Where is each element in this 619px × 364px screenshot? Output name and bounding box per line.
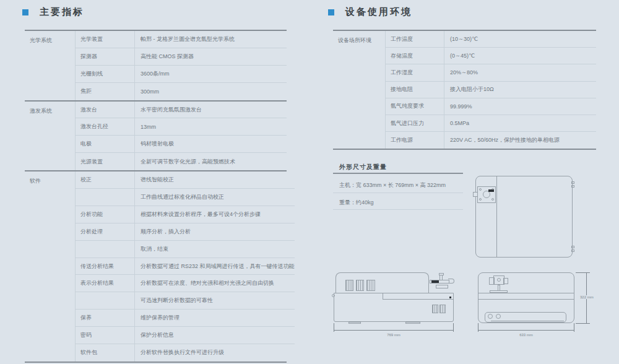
row-label: 校正: [76, 171, 135, 188]
table-section-optics: 光学系统 光学装置帕邢 - 龙格罗兰圆全谱充氩型光学系统 探测器高性能 CMOS…: [25, 31, 287, 100]
table-row: 保养维护保养的管理: [76, 310, 295, 327]
row-value: (0～45)℃: [444, 52, 596, 60]
table-row: 可迅速判断分析数据的可靠性: [76, 292, 295, 310]
table-section-environment: 设备场所环境 工作温度(10～30)℃ 存储温度(0～45)℃ 工作湿度20%～…: [333, 31, 596, 149]
row-label: 密码: [76, 327, 135, 344]
row-value: 保护分析信息: [135, 331, 295, 339]
hinge: [571, 181, 574, 184]
row-value: 水平密闭充氩氛围激发台: [135, 106, 287, 114]
row-value: 3600条/mm: [135, 70, 287, 78]
row-label: [76, 189, 135, 206]
button-circle: [496, 314, 501, 319]
panel-line: [478, 299, 574, 300]
foot: [348, 322, 361, 324]
hinge: [571, 249, 574, 252]
weight-text: 重量：约40kg: [339, 199, 374, 207]
row-value: (10～30)℃: [444, 35, 596, 43]
row-label: 激发台: [76, 102, 135, 118]
table-row: 工作温度(10～30)℃: [386, 31, 596, 48]
divider: [333, 173, 463, 174]
table-row: 接地电阻接入电阻小于10Ω: [386, 82, 596, 98]
section-title: 设备使用环境: [345, 6, 412, 18]
clamp-block: [488, 189, 494, 192]
row-label: 接地电阻: [386, 82, 444, 98]
panel-line: [478, 293, 574, 293]
vent-grille: [439, 305, 446, 313]
main-specs-header: 主要指标: [22, 6, 84, 18]
table-row: 激发台水平密闭充氩氛围激发台: [76, 102, 287, 119]
row-label: [76, 241, 135, 258]
row-value: 300mm: [135, 89, 287, 95]
environment-header: 设备使用环境: [328, 6, 412, 18]
category-cell: 激发系统: [25, 102, 76, 171]
table-row: 氩气纯度要求99.999%: [386, 98, 596, 115]
row-label: 光源装置: [76, 153, 135, 170]
row-value: 分析数据可在浓度、绝对光强和相对光强之间自由切换: [135, 279, 295, 287]
table-row: 软件包分析软件替换执行文件可进行升级: [76, 344, 295, 362]
row-label: 软件包: [76, 344, 135, 362]
section-rows: 校正谱线智能校正 工作曲线通过标准化样品自动校正 分析功能根据材料来设置分析程序…: [76, 171, 295, 362]
table-row: 氩气进口压力0.5MPa: [386, 115, 596, 132]
table-section-software: 软件 校正谱线智能校正 工作曲线通过标准化样品自动校正 分析功能根据材料来设置分…: [25, 170, 287, 362]
extension-line: [576, 272, 590, 273]
row-label: 激发台孔径: [76, 118, 135, 135]
row-value: 0.5MPa: [444, 120, 596, 126]
table-row: 表示分析结果分析数据可在浓度、绝对光强和相对光强之间自由切换: [76, 275, 295, 292]
category-cell: 设备场所环境: [333, 31, 386, 149]
vent-grille: [345, 280, 353, 291]
dimension-label-wrap: 633 mm: [478, 330, 574, 341]
row-label: [76, 292, 135, 309]
step-line: [383, 293, 383, 299]
clamp-post: [439, 275, 443, 280]
bullet-square-icon: [328, 9, 334, 15]
row-value: 钨材喷射电极: [135, 140, 287, 148]
host-dimensions-text: 主机：宽 633mm × 长 769mm × 高 322mm: [339, 181, 446, 189]
spec-page: 主要指标 光学系统 光学装置帕邢 - 龙格罗兰圆全谱充氩型光学系统 探测器高性能…: [0, 0, 619, 364]
section-rows: 光学装置帕邢 - 龙格罗兰圆全谱充氩型光学系统 探测器高性能 CMOS 探测器 …: [76, 31, 287, 100]
clamp-knob: [439, 273, 444, 275]
row-value: 维护保养的管理: [135, 314, 295, 322]
row-value: 220V AC，50/60Hz，保护性接地的单相电源: [444, 136, 596, 144]
screw-icon: [479, 198, 482, 201]
table-row: 存储温度(0～45)℃: [386, 48, 596, 64]
row-label: 探测器: [76, 48, 135, 65]
bullet-square-icon: [22, 9, 28, 15]
row-label: 传送分析结果: [76, 258, 135, 275]
clamp-block: [431, 280, 439, 283]
row-label: 工作温度: [386, 31, 444, 47]
section-rows: 工作温度(10～30)℃ 存储温度(0～45)℃ 工作湿度20%～80% 接地电…: [386, 31, 596, 149]
row-value: 高性能 CMOS 探测器: [135, 53, 287, 61]
foot: [405, 322, 420, 324]
screw-icon: [479, 188, 482, 191]
row-value: 帕邢 - 龙格罗兰圆全谱充氩型光学系统: [135, 35, 287, 43]
spark-stand-knob: [497, 278, 501, 282]
row-value: 全新可调节数字化光源，高能预燃技术: [135, 158, 287, 166]
port-circle: [332, 294, 335, 297]
table-row: 分析功能根据材料来设置分析程序，最多可设4个分析步骤: [76, 206, 295, 223]
panel-line: [496, 176, 497, 257]
table-row: 光源装置全新可调节数字化光源，高能预燃技术: [76, 153, 287, 170]
vent-grille: [432, 305, 438, 313]
row-label: 氩气进口压力: [386, 115, 444, 131]
table-section-excitation: 激发系统 激发台水平密闭充氩氛围激发台 激发台孔径13mm 电极钨材喷射电极 光…: [25, 100, 287, 171]
handle: [473, 192, 478, 197]
divider: [333, 193, 463, 193]
table-row: 分析处理顺序分析，插入分析: [76, 223, 295, 241]
base-line: [491, 321, 564, 321]
screw-icon: [491, 198, 494, 201]
row-label: 存储温度: [386, 48, 444, 64]
row-label: 工作电源: [386, 132, 444, 149]
row-value: 99.999%: [444, 103, 596, 110]
table-row: 取消，结束: [76, 241, 295, 258]
row-value: 13mm: [135, 124, 287, 130]
row-value: 取消，结束: [135, 245, 295, 253]
button-dot: [449, 297, 451, 298]
row-value: 工作曲线通过标准化样品自动校正: [135, 193, 295, 201]
row-value: 顺序分析，插入分析: [135, 228, 295, 236]
row-label: 电极: [76, 136, 135, 152]
clamp-arm: [448, 279, 454, 284]
table-row: 光栅刻线3600条/mm: [76, 66, 287, 83]
table-row: 工作曲线通过标准化样品自动校正: [76, 189, 295, 206]
row-label: 分析处理: [76, 223, 135, 240]
category-cell: 光学系统: [25, 31, 76, 100]
